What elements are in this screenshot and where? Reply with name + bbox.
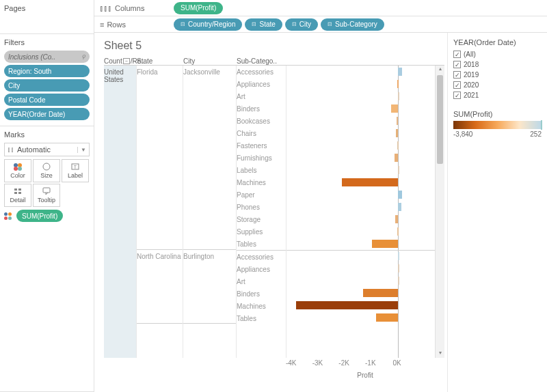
- filter-pill[interactable]: Postal Code: [4, 94, 90, 106]
- link-icon: ⚲: [81, 54, 85, 60]
- filter-pill[interactable]: Region: South: [4, 65, 90, 77]
- bar[interactable]: [398, 92, 399, 100]
- year-checkbox-row[interactable]: ✓2021: [453, 90, 542, 100]
- filters-title: Filters: [4, 38, 90, 46]
- header-subcat[interactable]: Sub-Catego..: [237, 57, 444, 65]
- bar[interactable]: [396, 129, 397, 137]
- bar[interactable]: [342, 178, 397, 186]
- subcat-cell[interactable]: Tables: [237, 312, 286, 324]
- marks-color-pill[interactable]: SUM(Profit): [16, 210, 63, 222]
- bar[interactable]: [398, 203, 401, 211]
- columns-label: Columns: [115, 4, 144, 12]
- svg-rect-7: [14, 188, 17, 191]
- color-legend[interactable]: SUM(Profit) -3,840 252: [453, 110, 542, 138]
- filter-pill[interactable]: City: [4, 79, 90, 92]
- subcat-cell[interactable]: Binders: [237, 288, 286, 300]
- rows-pill[interactable]: ⊟City: [285, 18, 318, 31]
- year-legend[interactable]: YEAR(Order Date) ✓(All)✓2018✓2019✓2020✓2…: [453, 38, 542, 100]
- subcat-cell[interactable]: Labels: [237, 164, 286, 176]
- country-cell[interactable]: United States: [104, 66, 137, 358]
- columns-shelf[interactable]: ⫿⫿⫿Columns SUM(Profit): [94, 0, 547, 16]
- color-gradient: [453, 121, 542, 129]
- rows-pill[interactable]: ⊟Sub-Category: [321, 18, 384, 31]
- bar[interactable]: [372, 240, 397, 248]
- rows-pill[interactable]: ⊟State: [245, 18, 282, 31]
- checkbox-icon[interactable]: ✓: [453, 51, 461, 58]
- mark-label-button[interactable]: TLabel: [62, 159, 89, 182]
- bar[interactable]: [397, 227, 399, 236]
- chevron-down-icon: ▼: [77, 147, 86, 153]
- bar[interactable]: [398, 191, 403, 199]
- subcat-cell[interactable]: Chairs: [237, 127, 286, 139]
- minus-icon[interactable]: −: [123, 58, 130, 64]
- subcat-cell[interactable]: Machines: [237, 300, 286, 312]
- scroll-up-icon[interactable]: ▴: [436, 66, 444, 74]
- subcat-cell[interactable]: Tables: [237, 238, 286, 250]
- header-city[interactable]: City: [183, 57, 237, 65]
- header-state[interactable]: State: [137, 57, 183, 65]
- rows-shelf[interactable]: ≡Rows ⊟Country/Region⊟State⊟City⊟Sub-Cat…: [94, 16, 547, 33]
- subcat-cell[interactable]: Furnishings: [237, 152, 286, 164]
- city-cell[interactable]: Jacksonville: [183, 66, 236, 250]
- subcat-cell[interactable]: Accessories: [237, 66, 286, 78]
- mark-size-button[interactable]: Size: [33, 159, 60, 182]
- bar[interactable]: [398, 166, 399, 174]
- axis-tick: -3K: [312, 359, 323, 367]
- subcat-cell[interactable]: Storage: [237, 213, 286, 225]
- columns-pill-profit[interactable]: SUM(Profit): [174, 2, 223, 14]
- year-checkbox-row[interactable]: ✓2018: [453, 59, 542, 70]
- checkbox-icon[interactable]: ✓: [453, 92, 461, 99]
- checkbox-icon[interactable]: ✓: [453, 61, 461, 68]
- year-checkbox-row[interactable]: ✓(All): [453, 49, 542, 59]
- subcat-cell[interactable]: Paper: [237, 188, 286, 201]
- subcat-cell[interactable]: Machines: [237, 176, 286, 188]
- axis-tick: -2K: [338, 359, 349, 367]
- subcat-cell[interactable]: Binders: [237, 102, 286, 115]
- subcat-cell[interactable]: Accessories: [237, 251, 286, 263]
- subcat-cell[interactable]: Appliances: [237, 78, 286, 90]
- mark-color-button[interactable]: Color: [4, 159, 31, 182]
- subcat-cell[interactable]: Art: [237, 90, 286, 102]
- rows-pill[interactable]: ⊟Country/Region: [174, 18, 242, 31]
- subcat-cell[interactable]: Supplies: [237, 225, 286, 238]
- marks-type-dropdown[interactable]: ⫿⫿ Automatic ▼: [4, 143, 90, 156]
- bar[interactable]: [395, 154, 398, 162]
- subcat-cell[interactable]: Bookcases: [237, 115, 286, 127]
- subcat-cell[interactable]: Art: [237, 275, 286, 288]
- subcat-cell[interactable]: Appliances: [237, 263, 286, 275]
- bar[interactable]: [398, 264, 399, 272]
- bar[interactable]: [397, 141, 399, 150]
- checkbox-icon[interactable]: ✓: [453, 71, 461, 79]
- state-cell[interactable]: Florida: [137, 66, 183, 250]
- state-cell[interactable]: North Carolina: [137, 250, 183, 324]
- bar[interactable]: [391, 104, 398, 113]
- checkbox-icon[interactable]: ✓: [453, 81, 461, 89]
- bar[interactable]: [398, 68, 403, 76]
- filter-pill[interactable]: YEAR(Order Date): [4, 108, 90, 120]
- svg-point-3: [18, 167, 22, 171]
- columns-icon: ⫿⫿⫿: [100, 4, 112, 12]
- scroll-thumb[interactable]: [437, 75, 443, 164]
- bar[interactable]: [397, 80, 399, 88]
- subcat-cell[interactable]: Phones: [237, 201, 286, 213]
- city-cell[interactable]: Burlington: [183, 250, 236, 324]
- year-checkbox-row[interactable]: ✓2019: [453, 70, 542, 80]
- subcat-cell[interactable]: Fasteners: [237, 139, 286, 152]
- bar[interactable]: [398, 252, 399, 260]
- mark-detail-button[interactable]: Detail: [4, 184, 31, 207]
- bar[interactable]: [376, 313, 398, 322]
- vertical-scrollbar[interactable]: ▴ ▾: [435, 66, 444, 358]
- filter-pill[interactable]: Inclusions (Co..⚲: [4, 51, 90, 63]
- bar[interactable]: [397, 117, 398, 125]
- bar[interactable]: [395, 215, 398, 223]
- bar[interactable]: [296, 301, 398, 309]
- mark-tooltip-button[interactable]: Tooltip: [33, 184, 60, 207]
- scroll-down-icon[interactable]: ▾: [436, 350, 444, 358]
- svg-rect-8: [18, 188, 21, 191]
- rows-icon: ≡: [100, 20, 104, 29]
- bar[interactable]: [363, 289, 397, 297]
- bar[interactable]: [398, 277, 399, 285]
- axis-tick: -1K: [365, 359, 376, 367]
- year-checkbox-row[interactable]: ✓2020: [453, 80, 542, 90]
- header-country[interactable]: Count−/Re..: [104, 57, 137, 65]
